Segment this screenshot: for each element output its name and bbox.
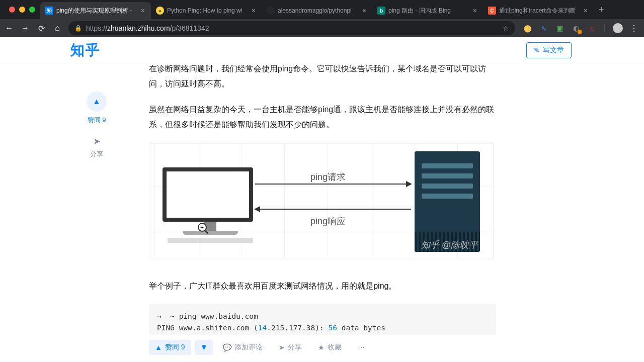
share-label: 分享 xyxy=(90,150,103,159)
tab-python-ping[interactable]: ● Python Ping: How to ping wi × xyxy=(151,2,262,19)
star-icon: ★ xyxy=(318,343,325,351)
address-bar[interactable]: 🔒 https://zhuanlan.zhihu.com/p/36811342 … xyxy=(68,21,515,35)
csdn-icon: C xyxy=(488,7,496,15)
edit-icon: ✎ xyxy=(534,46,540,54)
zoom-cursor-icon xyxy=(198,223,207,232)
python-icon: ● xyxy=(156,7,164,15)
watermark: 知乎 @陈映平 xyxy=(421,236,478,253)
tab-title: alessandromaggio/pythonpi xyxy=(278,7,358,14)
home-button[interactable]: ⌂ xyxy=(52,24,62,33)
forward-button[interactable]: → xyxy=(20,24,30,33)
zhihu-icon: 知 xyxy=(45,7,53,15)
site-header: 知乎 ✎ 写文章 xyxy=(0,37,644,63)
bookmark-star-icon[interactable]: ☆ xyxy=(503,24,509,32)
maximize-window-button[interactable] xyxy=(29,7,35,13)
paragraph: 举个例子，广大IT群众最喜欢用百度来测试网络情况，用的就是ping。 xyxy=(149,279,496,294)
upvote-button[interactable]: ▲ 赞同 9 xyxy=(149,340,191,355)
close-window-button[interactable] xyxy=(9,7,15,13)
close-tab-icon[interactable]: × xyxy=(251,7,257,15)
tab-title: 通过ping和tracert命令来判断 xyxy=(499,7,580,15)
window-controls xyxy=(4,7,40,13)
content-area: ▲ 赞同 9 ➤ 分享 在诊断网络问题时，我们经常会使用ping命令。它可以快速… xyxy=(0,63,644,362)
share-icon: ➤ xyxy=(93,136,101,147)
bing-icon: b xyxy=(377,7,385,15)
extension-icon[interactable]: ◐ xyxy=(572,24,581,33)
close-tab-icon[interactable]: × xyxy=(140,7,146,15)
article-body: 在诊断网络问题时，我们经常会使用ping命令。它可以快速告诉我们，某个域名是否可… xyxy=(149,63,496,362)
triangle-up-icon: ▲ xyxy=(93,97,101,106)
share-button[interactable]: ➤ 分享 xyxy=(273,343,308,352)
adblock-extension-icon[interactable]: ⦸ xyxy=(588,24,597,33)
article-action-bar: ▲ 赞同 9 ▼ 💬 添加评论 ➤ 分享 ★ 收藏 ⋯ xyxy=(149,335,496,362)
extension-icon[interactable]: ⬤ xyxy=(523,24,532,33)
tab-title: ping的使用与实现原理剖析 - xyxy=(56,7,137,15)
side-actions: ▲ 赞同 9 ➤ 分享 xyxy=(87,92,107,159)
lock-icon: 🔒 xyxy=(74,25,82,32)
side-upvote: ▲ 赞同 9 xyxy=(87,92,107,125)
triangle-down-icon: ▼ xyxy=(200,343,208,351)
paragraph: 虽然在网络日益复杂的今天，一台主机是否能够ping通，跟该主机是否能够连接上并没… xyxy=(149,102,496,133)
tab-title: ping 路由 - 国内版 Bing xyxy=(388,7,469,15)
close-tab-icon[interactable]: × xyxy=(583,7,589,15)
upvote-count-label: 赞同 9 xyxy=(88,116,106,125)
tab-github[interactable]: alessandromaggio/pythonpi × xyxy=(262,2,372,19)
new-tab-button[interactable]: + xyxy=(594,5,609,15)
url-text: https://zhuanlan.zhihu.com/p/36811342 xyxy=(86,24,499,32)
evernote-extension-icon[interactable]: ▣ xyxy=(555,24,565,33)
downvote-button[interactable]: ▼ xyxy=(195,340,213,355)
response-arrow xyxy=(255,209,411,210)
reload-button[interactable]: ⟳ xyxy=(36,24,46,33)
ping-diagram[interactable]: ping请求 ping响应 知乎 @陈映平 xyxy=(149,143,494,258)
back-button[interactable]: ← xyxy=(4,24,14,33)
close-tab-icon[interactable]: × xyxy=(472,7,478,15)
response-label: ping响应 xyxy=(310,213,346,230)
favorite-button[interactable]: ★ 收藏 xyxy=(312,343,348,352)
tab-bar: 知 ping的使用与实现原理剖析 - × ● Python Ping: How … xyxy=(0,0,644,19)
tab-title: Python Ping: How to ping wi xyxy=(167,7,248,14)
more-button[interactable]: ⋯ xyxy=(352,343,371,351)
close-tab-icon[interactable]: × xyxy=(361,7,367,15)
chrome-menu-icon[interactable]: ⋮ xyxy=(630,24,638,33)
side-share[interactable]: ➤ 分享 xyxy=(90,136,103,159)
paragraph: 在诊断网络问题时，我们经常会使用ping命令。它可以快速告诉我们，某个域名是否可… xyxy=(149,61,496,92)
client-computer-icon xyxy=(163,167,258,243)
github-icon xyxy=(267,7,275,15)
tab-csdn[interactable]: C 通过ping和tracert命令来判断 × xyxy=(483,2,594,19)
minimize-window-button[interactable] xyxy=(19,7,25,13)
comment-icon: 💬 xyxy=(223,343,231,351)
browser-chrome: 知 ping的使用与实现原理剖析 - × ● Python Ping: How … xyxy=(0,0,644,37)
tab-bing[interactable]: b ping 路由 - 国内版 Bing × xyxy=(372,2,483,19)
comment-button[interactable]: 💬 添加评论 xyxy=(217,343,269,352)
zhihu-logo[interactable]: 知乎 xyxy=(70,41,101,60)
ellipsis-icon: ⋯ xyxy=(358,343,365,351)
cursor-extension-icon[interactable]: ↖ xyxy=(539,24,548,33)
triangle-up-icon: ▲ xyxy=(155,343,162,351)
profile-avatar[interactable] xyxy=(613,23,623,33)
write-article-button[interactable]: ✎ 写文章 xyxy=(526,42,572,58)
upvote-button[interactable]: ▲ xyxy=(87,92,107,112)
tab-zhihu-active[interactable]: 知 ping的使用与实现原理剖析 - × xyxy=(40,2,151,19)
share-icon: ➤ xyxy=(279,343,285,351)
extension-icons: ⬤ ↖ ▣ ◐ ⦸ | ⋮ xyxy=(521,23,640,33)
nav-bar: ← → ⟳ ⌂ 🔒 https://zhuanlan.zhihu.com/p/3… xyxy=(0,19,644,37)
request-label: ping请求 xyxy=(310,168,346,186)
